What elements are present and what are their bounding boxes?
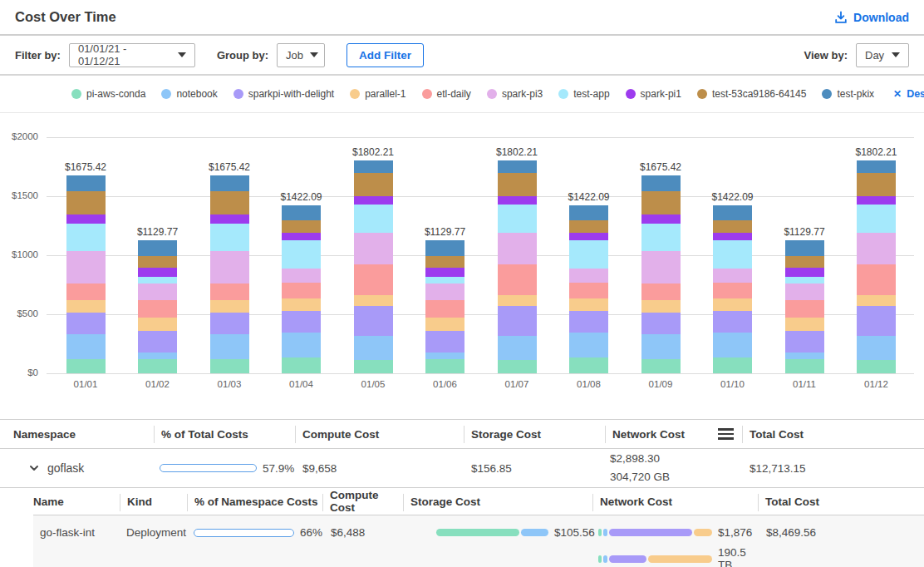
legend-item-pi-aws-conda[interactable]: pi-aws-conda — [71, 88, 145, 100]
bar-segment-sparkpi-with-delight-01/10[interactable] — [713, 311, 752, 333]
bar-segment-pi-aws-conda-01/08[interactable] — [569, 357, 608, 373]
bar-segment-test-53ca9186-64145-01/01[interactable] — [66, 191, 106, 214]
bar-segment-notebook-01/03[interactable] — [210, 334, 249, 359]
legend-item-test-pkix[interactable]: test-pkix — [822, 88, 874, 100]
bar-segment-spark-pi1-01/04[interactable] — [282, 233, 321, 241]
bar-segment-pi-aws-conda-01/12[interactable] — [857, 360, 896, 373]
view-by-select[interactable]: Day — [856, 43, 909, 67]
bar-segment-test-53ca9186-64145-01/02[interactable] — [138, 256, 177, 268]
bar-segment-spark-pi1-01/10[interactable] — [713, 233, 752, 241]
bar-segment-pi-aws-conda-01/05[interactable] — [354, 360, 393, 373]
bar-segment-parallel-1-01/10[interactable] — [713, 298, 752, 311]
bar-segment-notebook-01/09[interactable] — [641, 334, 681, 359]
bar-segment-sparkpi-with-delight-01/03[interactable] — [210, 313, 249, 334]
bar-segment-notebook-01/10[interactable] — [713, 333, 752, 357]
bar-segment-test-pkix-01/09[interactable] — [641, 175, 681, 191]
bar-segment-spark-pi3-01/12[interactable] — [857, 233, 896, 264]
bar-segment-spark-pi3-01/11[interactable] — [785, 284, 824, 301]
bar-segment-test-53ca9186-64145-01/04[interactable] — [282, 220, 321, 233]
bar-segment-test-53ca9186-64145-01/06[interactable] — [425, 256, 464, 268]
bar-segment-test-pkix-01/03[interactable] — [210, 175, 249, 191]
bar-segment-spark-pi1-01/05[interactable] — [354, 196, 393, 205]
bar-segment-spark-pi1-01/02[interactable] — [138, 268, 177, 277]
bar-segment-etl-daily-01/08[interactable] — [569, 283, 608, 298]
bar-segment-test-app-01/08[interactable] — [569, 240, 608, 268]
bar-segment-etl-daily-01/04[interactable] — [282, 283, 321, 298]
bar-segment-etl-daily-01/10[interactable] — [713, 283, 752, 298]
workload-row-go-flask-int[interactable]: go-flask-int Deployment 66% $6,488 $105.… — [33, 515, 924, 567]
bar-segment-notebook-01/06[interactable] — [425, 353, 464, 359]
bar-segment-sparkpi-with-delight-01/11[interactable] — [785, 331, 824, 353]
bar-segment-spark-pi1-01/06[interactable] — [425, 268, 464, 277]
bar-segment-test-app-01/10[interactable] — [713, 240, 752, 268]
bar-segment-test-53ca9186-64145-01/11[interactable] — [785, 256, 824, 268]
bar-segment-pi-aws-conda-01/01[interactable] — [66, 359, 106, 373]
bar-segment-test-53ca9186-64145-01/03[interactable] — [210, 191, 249, 214]
bar-segment-parallel-1-01/12[interactable] — [857, 295, 896, 306]
column-options-icon[interactable] — [718, 428, 734, 440]
bar-segment-spark-pi3-01/04[interactable] — [282, 269, 321, 283]
bar-segment-notebook-01/11[interactable] — [785, 353, 824, 359]
namespace-row-goflask[interactable]: goflask 57.9% $9,658 $156.85 $2,898.30 3… — [0, 449, 924, 488]
bar-segment-sparkpi-with-delight-01/08[interactable] — [569, 311, 608, 333]
download-button[interactable]: Download — [834, 11, 909, 24]
deselect-all-button[interactable]: ✕ Deselect All — [893, 88, 924, 100]
bar-segment-test-pkix-01/08[interactable] — [569, 205, 608, 220]
group-by-select[interactable]: Job — [277, 43, 325, 67]
bar-segment-test-53ca9186-64145-01/12[interactable] — [857, 173, 896, 196]
bar-segment-etl-daily-01/01[interactable] — [66, 284, 106, 299]
bar-segment-pi-aws-conda-01/09[interactable] — [641, 359, 681, 373]
bar-segment-spark-pi3-01/02[interactable] — [138, 284, 177, 301]
bar-segment-pi-aws-conda-01/07[interactable] — [498, 360, 537, 373]
bar-segment-etl-daily-01/05[interactable] — [354, 264, 393, 296]
add-filter-button[interactable]: Add Filter — [346, 43, 424, 67]
bar-segment-test-pkix-01/02[interactable] — [138, 240, 177, 256]
bar-segment-test-pkix-01/10[interactable] — [713, 205, 752, 220]
bar-segment-test-app-01/03[interactable] — [210, 224, 249, 251]
bar-segment-notebook-01/05[interactable] — [354, 336, 393, 360]
bar-segment-spark-pi1-01/08[interactable] — [569, 233, 608, 241]
bar-segment-test-app-01/04[interactable] — [282, 240, 321, 268]
bar-segment-parallel-1-01/08[interactable] — [569, 298, 608, 311]
bar-segment-pi-aws-conda-01/10[interactable] — [713, 357, 752, 373]
bar-segment-notebook-01/02[interactable] — [138, 353, 177, 359]
bar-segment-sparkpi-with-delight-01/06[interactable] — [425, 331, 464, 353]
bar-segment-test-app-01/07[interactable] — [498, 205, 537, 233]
bar-segment-pi-aws-conda-01/11[interactable] — [785, 359, 824, 373]
bar-segment-spark-pi1-01/09[interactable] — [641, 214, 681, 223]
bar-segment-test-53ca9186-64145-01/09[interactable] — [641, 191, 681, 214]
legend-item-spark-pi1[interactable]: spark-pi1 — [626, 88, 681, 100]
bar-segment-spark-pi1-01/03[interactable] — [210, 214, 249, 223]
bar-segment-sparkpi-with-delight-01/04[interactable] — [282, 311, 321, 333]
bar-segment-parallel-1-01/07[interactable] — [498, 295, 537, 306]
bar-segment-test-pkix-01/04[interactable] — [282, 205, 321, 220]
date-range-select[interactable]: 01/01/21 - 01/12/21 — [69, 43, 195, 67]
bar-segment-pi-aws-conda-01/02[interactable] — [138, 359, 177, 373]
bar-segment-spark-pi1-01/01[interactable] — [66, 214, 106, 223]
bar-segment-etl-daily-01/06[interactable] — [425, 300, 464, 318]
bar-segment-spark-pi1-01/12[interactable] — [857, 196, 896, 205]
bar-segment-spark-pi1-01/11[interactable] — [785, 268, 824, 277]
bar-segment-parallel-1-01/01[interactable] — [66, 300, 106, 313]
legend-item-test-53ca9186-64145[interactable]: test-53ca9186-64145 — [697, 88, 806, 100]
bar-segment-parallel-1-01/06[interactable] — [425, 318, 464, 331]
bar-segment-etl-daily-01/09[interactable] — [641, 284, 681, 299]
bar-segment-sparkpi-with-delight-01/07[interactable] — [498, 306, 537, 336]
bar-segment-test-53ca9186-64145-01/10[interactable] — [713, 220, 752, 233]
bar-segment-test-app-01/05[interactable] — [354, 205, 393, 233]
bar-segment-sparkpi-with-delight-01/12[interactable] — [857, 306, 896, 336]
bar-segment-sparkpi-with-delight-01/02[interactable] — [138, 331, 177, 353]
bar-segment-spark-pi3-01/01[interactable] — [66, 251, 106, 284]
legend-item-notebook[interactable]: notebook — [161, 88, 217, 100]
bar-segment-notebook-01/12[interactable] — [857, 336, 896, 360]
bar-segment-test-app-01/02[interactable] — [138, 277, 177, 284]
bar-segment-test-53ca9186-64145-01/08[interactable] — [569, 220, 608, 233]
bar-segment-test-pkix-01/06[interactable] — [425, 240, 464, 256]
legend-item-spark-pi3[interactable]: spark-pi3 — [487, 88, 543, 100]
bar-segment-test-app-01/12[interactable] — [857, 205, 896, 233]
bar-segment-pi-aws-conda-01/06[interactable] — [425, 359, 464, 373]
bar-segment-spark-pi3-01/03[interactable] — [210, 251, 249, 284]
bar-segment-etl-daily-01/11[interactable] — [785, 300, 824, 318]
bar-segment-parallel-1-01/04[interactable] — [282, 298, 321, 311]
legend-item-etl-daily[interactable]: etl-daily — [422, 88, 471, 100]
